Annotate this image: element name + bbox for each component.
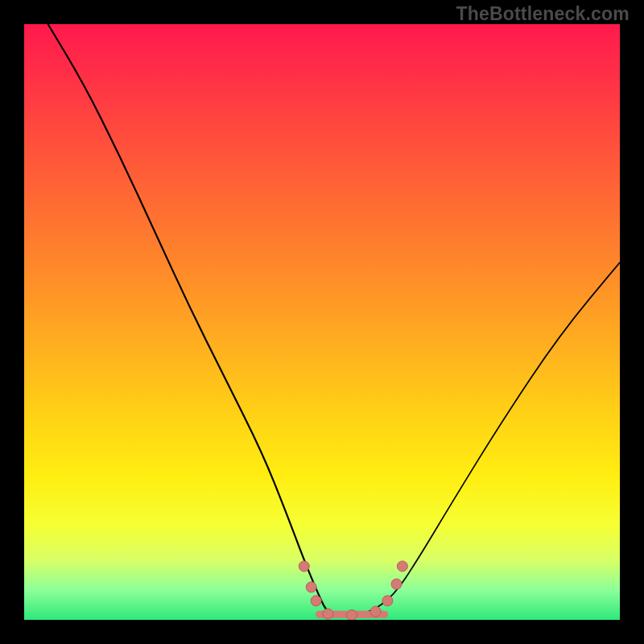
marker-dot	[311, 596, 321, 606]
marker-dot	[323, 609, 333, 619]
marker-dot	[382, 596, 393, 606]
marker-dot	[370, 606, 381, 617]
marker-dot	[299, 561, 309, 572]
curve-left	[48, 24, 370, 616]
watermark-text: TheBottleneck.com	[456, 3, 630, 25]
markers-group	[299, 561, 407, 620]
plot-area	[24, 24, 620, 620]
marker-dot	[306, 582, 316, 592]
curve-svg	[24, 24, 620, 620]
chart-frame: TheBottleneck.com	[0, 0, 644, 644]
curve-right	[328, 262, 620, 616]
marker-dot	[347, 610, 357, 620]
marker-dot	[391, 579, 402, 589]
marker-dot	[397, 561, 407, 572]
